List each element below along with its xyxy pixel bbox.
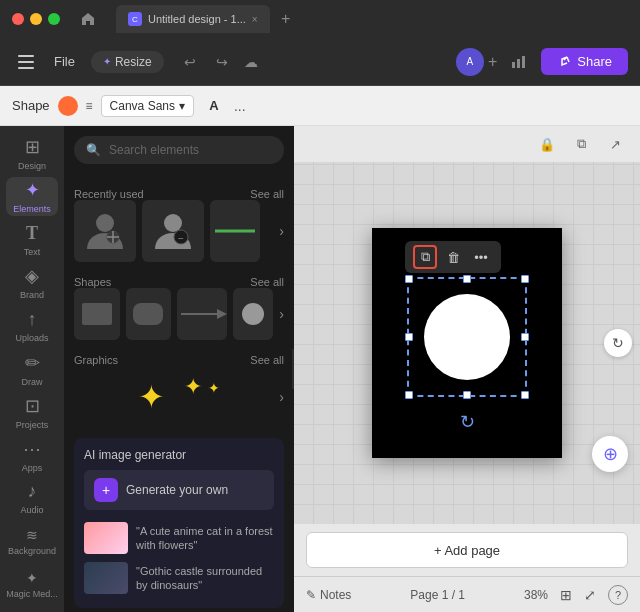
- sidebar-item-projects[interactable]: ⊡ Projects: [6, 393, 58, 432]
- add-user-button[interactable]: +: [488, 53, 497, 71]
- graphics-see-all[interactable]: See all: [250, 354, 284, 366]
- recently-used-row: − ›: [74, 200, 284, 262]
- canvas-workspace[interactable]: ⧉ 🗑 ••• ↻: [294, 162, 640, 524]
- active-tab[interactable]: C Untitled design - 1... ×: [116, 5, 270, 33]
- graphic-star-black[interactable]: ✦: [230, 366, 274, 428]
- arrow-line-svg: [177, 299, 227, 329]
- sidebar-item-draw[interactable]: ✏ Draw: [6, 349, 58, 388]
- handle-middle-right[interactable]: [521, 333, 529, 341]
- search-input[interactable]: [109, 143, 272, 157]
- handle-top-center[interactable]: [463, 275, 471, 283]
- recently-used-header: Recently used See all: [74, 188, 284, 200]
- resize-button[interactable]: Resize: [91, 51, 164, 73]
- delete-element-button[interactable]: 🗑: [441, 245, 465, 269]
- handle-bottom-left[interactable]: [405, 391, 413, 399]
- recently-used-more[interactable]: ›: [279, 223, 284, 239]
- expand-button[interactable]: ⤢: [584, 587, 596, 603]
- graphic-stars2[interactable]: ✦ ✦: [180, 366, 224, 428]
- file-menu[interactable]: File: [46, 50, 83, 73]
- star2-icon: ✦: [184, 374, 202, 400]
- ai-title: AI image generator: [84, 448, 274, 462]
- analytics-button[interactable]: [505, 48, 533, 76]
- main-toolbar: File Resize ↩ ↪ ☁ A + Share: [0, 38, 640, 86]
- more-options-button[interactable]: ...: [234, 98, 246, 114]
- svg-rect-0: [512, 62, 515, 68]
- font-name: Canva Sans: [110, 99, 175, 113]
- bottom-bar: ✎ Notes Page 1 / 1 38% ⊞ ⤢ ?: [294, 576, 640, 612]
- duplicate-canvas-icon[interactable]: ⧉: [568, 131, 594, 157]
- copy-element-button[interactable]: ⧉: [413, 245, 437, 269]
- grid-view-button[interactable]: ⊞: [560, 587, 572, 603]
- sidebar-item-brand[interactable]: ◈ Brand: [6, 263, 58, 302]
- recent-item-user2[interactable]: −: [142, 200, 204, 262]
- handle-bottom-right[interactable]: [521, 391, 529, 399]
- sidebar-item-design[interactable]: ⊞ Design: [6, 134, 58, 173]
- handle-middle-left[interactable]: [405, 333, 413, 341]
- recent-item-user1[interactable]: [74, 200, 136, 262]
- close-button[interactable]: [12, 13, 24, 25]
- traffic-lights: [12, 13, 60, 25]
- more-element-button[interactable]: •••: [469, 245, 493, 269]
- notes-label: Notes: [320, 588, 351, 602]
- export-icon[interactable]: ↗: [602, 131, 628, 157]
- sidebar-item-label: Background: [8, 546, 56, 556]
- recently-used-see-all[interactable]: See all: [250, 188, 284, 200]
- font-selector[interactable]: Canva Sans ▾: [101, 95, 194, 117]
- graphic-arrow[interactable]: [74, 366, 124, 428]
- color-picker[interactable]: [58, 96, 78, 116]
- shape-arrow-line[interactable]: [177, 288, 227, 340]
- ai-suggestion-2[interactable]: "Gothic castle surrounded by dinosaurs": [84, 558, 274, 598]
- sidebar-item-background[interactable]: ≋ Background: [6, 522, 58, 561]
- rotate-handle[interactable]: ↻: [460, 411, 475, 433]
- uploads-icon: ↑: [28, 309, 37, 330]
- save-cloud-icon[interactable]: ☁: [244, 54, 258, 70]
- handle-top-right[interactable]: [521, 275, 529, 283]
- page-info: Page 1 / 1: [410, 588, 465, 602]
- shape-rectangle[interactable]: [74, 288, 120, 340]
- rotate-canvas-button[interactable]: ↻: [604, 329, 632, 357]
- handle-top-left[interactable]: [405, 275, 413, 283]
- shapes-see-all[interactable]: See all: [250, 276, 284, 288]
- recent-item-line[interactable]: [210, 200, 260, 262]
- recently-used-section: Recently used See all: [74, 184, 284, 262]
- ai-generate-button[interactable]: + Generate your own: [84, 470, 274, 510]
- fab-button[interactable]: ⊕: [592, 436, 628, 472]
- sidebar-item-text[interactable]: T Text: [6, 220, 58, 259]
- opacity-button[interactable]: ≡: [86, 99, 93, 113]
- add-page-button[interactable]: + Add page: [306, 532, 628, 568]
- minimize-button[interactable]: [30, 13, 42, 25]
- projects-icon: ⊡: [25, 395, 40, 417]
- home-button[interactable]: [76, 7, 100, 31]
- svg-rect-11: [82, 303, 112, 325]
- text-color-button[interactable]: A: [202, 94, 226, 118]
- sidebar-item-elements[interactable]: ✦ Elements: [6, 177, 58, 216]
- sidebar-item-label: Draw: [21, 377, 42, 387]
- tab-close-button[interactable]: ×: [252, 14, 258, 25]
- shape-circle[interactable]: [233, 288, 273, 340]
- sidebar-item-uploads[interactable]: ↑ Uploads: [6, 306, 58, 345]
- graphics-more[interactable]: ›: [279, 389, 284, 405]
- handle-bottom-center[interactable]: [463, 391, 471, 399]
- maximize-button[interactable]: [48, 13, 60, 25]
- undo-button[interactable]: ↩: [176, 48, 204, 76]
- graphic-star1[interactable]: ✦: [130, 366, 174, 428]
- sidebar-item-audio[interactable]: ♪ Audio: [6, 479, 58, 518]
- shape-rounded-rect[interactable]: [126, 288, 172, 340]
- user-avatar[interactable]: A: [456, 48, 484, 76]
- avatar-group: A +: [456, 48, 497, 76]
- zoom-level[interactable]: 38%: [524, 588, 548, 602]
- ai-suggestion-1[interactable]: "A cute anime cat in a forest with flowe…: [84, 518, 274, 558]
- hamburger-menu[interactable]: [12, 48, 40, 76]
- share-button[interactable]: Share: [541, 48, 628, 75]
- selection-container[interactable]: ⧉ 🗑 ••• ↻: [407, 277, 527, 397]
- shapes-title: Shapes: [74, 276, 111, 288]
- sidebar-item-magic[interactable]: ✦ Magic Med...: [6, 565, 58, 604]
- redo-button[interactable]: ↪: [208, 48, 236, 76]
- lock-icon[interactable]: 🔒: [534, 131, 560, 157]
- help-button[interactable]: ?: [608, 585, 628, 605]
- shapes-more[interactable]: ›: [279, 306, 284, 322]
- new-tab-button[interactable]: +: [274, 7, 298, 31]
- notes-button[interactable]: ✎ Notes: [306, 588, 351, 602]
- design-canvas: ⧉ 🗑 ••• ↻: [372, 228, 562, 458]
- sidebar-item-apps[interactable]: ⋯ Apps: [6, 436, 58, 475]
